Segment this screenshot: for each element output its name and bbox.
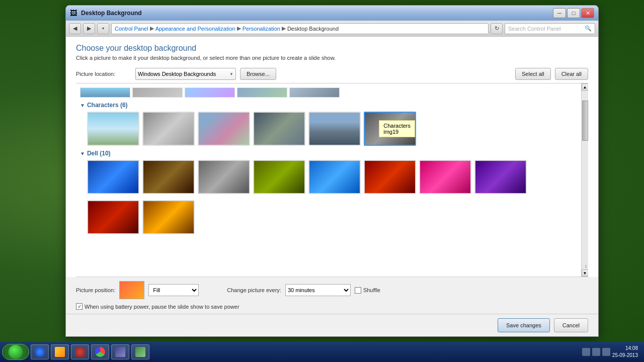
- picture-location-row: Picture location: Windows Desktop Backgr…: [66, 65, 598, 83]
- picture-position-preview: [119, 281, 144, 299]
- bottom-controls: Picture position: Fill Fit Stretch Tile …: [66, 277, 598, 314]
- taskbar: 14:08 25-09-2013: [0, 342, 644, 362]
- images-area: ▼ Characters (6): [76, 83, 588, 277]
- buttons-row: Save changes Cancel: [66, 314, 598, 336]
- dell-image-8[interactable]: [474, 160, 527, 194]
- maximize-button[interactable]: □: [567, 8, 580, 18]
- breadcrumb-appearance[interactable]: Appearance and Personalization: [155, 26, 235, 32]
- current-time: 14:08: [612, 345, 638, 352]
- partial-image-4[interactable]: [237, 87, 287, 98]
- search-bar[interactable]: Search Control Panel 🔍: [505, 23, 595, 34]
- characters-image-3[interactable]: [198, 112, 250, 146]
- scroll-thumb[interactable]: [582, 101, 588, 141]
- dell-image-7[interactable]: [419, 160, 471, 194]
- scroll-down-button[interactable]: ▼: [582, 269, 589, 277]
- back-button[interactable]: ◀: [69, 23, 81, 34]
- picture-position-section: Picture position: Fill Fit Stretch Tile …: [76, 281, 199, 299]
- characters-image-4-preview: [254, 113, 304, 145]
- dell-image-10[interactable]: [142, 200, 195, 234]
- picture-location-select[interactable]: Windows Desktop Backgrounds ▼: [135, 68, 236, 80]
- battery-label: When using battery power, pause the slid…: [85, 304, 239, 310]
- page-title: Choose your desktop background: [76, 44, 588, 53]
- dell-collapse-icon[interactable]: ▼: [80, 151, 85, 156]
- dell-image-5[interactable]: [308, 160, 361, 194]
- characters-image-2[interactable]: [142, 112, 195, 146]
- taskbar-file-manager-button[interactable]: [51, 344, 69, 359]
- characters-image-6-preview: [365, 113, 415, 145]
- top-partial-row: [76, 85, 581, 100]
- dell-category-header[interactable]: ▼ Dell (10): [80, 150, 577, 157]
- shuffle-checkbox[interactable]: [355, 287, 361, 294]
- recent-button[interactable]: ▾: [97, 23, 109, 34]
- taskbar-media-button[interactable]: [71, 344, 89, 359]
- characters-image-6[interactable]: Characters img19: [364, 112, 416, 146]
- dell-category-label: Dell (10): [87, 150, 111, 157]
- battery-checkbox[interactable]: [76, 303, 83, 310]
- close-button[interactable]: ✕: [581, 8, 594, 18]
- tray-icon-1: [582, 348, 590, 356]
- ie-icon: [35, 347, 45, 357]
- forward-button[interactable]: ▶: [83, 23, 95, 34]
- bottom-row-1: Picture position: Fill Fit Stretch Tile …: [76, 281, 588, 299]
- taskbar-app2-button[interactable]: [131, 344, 149, 359]
- images-scroll[interactable]: ▼ Characters (6): [76, 83, 581, 277]
- start-button[interactable]: [2, 344, 29, 360]
- title-bar-left: 🖼 Desktop Background: [70, 9, 142, 17]
- partial-image-5[interactable]: [289, 87, 340, 98]
- app2-icon: [135, 347, 145, 357]
- scroll-cursor-indicator: ↕: [583, 262, 589, 269]
- characters-images: Characters img19: [87, 112, 577, 146]
- dell-image-10-preview: [143, 201, 194, 233]
- search-placeholder: Search Control Panel: [508, 26, 561, 32]
- characters-image-5-preview: [309, 113, 360, 145]
- dell-image-6[interactable]: [364, 160, 416, 194]
- shuffle-row: Shuffle: [355, 287, 380, 294]
- dell-image-3[interactable]: [198, 160, 250, 194]
- window-icon: 🖼: [70, 9, 77, 17]
- refresh-button[interactable]: ↻: [491, 23, 503, 34]
- dell-image-4[interactable]: [253, 160, 305, 194]
- window-title: Desktop Background: [81, 10, 142, 17]
- breadcrumb-personalization[interactable]: Personalization: [243, 26, 280, 32]
- save-changes-button[interactable]: Save changes: [498, 318, 550, 332]
- characters-image-2-preview: [143, 113, 194, 145]
- page-header: Choose your desktop background Click a p…: [66, 37, 598, 65]
- select-all-button[interactable]: Select all: [515, 68, 551, 80]
- dell-image-7-preview: [420, 161, 470, 193]
- scrollbar[interactable]: ▲ ↕ ▼: [581, 83, 588, 277]
- browse-button[interactable]: Browse...: [240, 68, 276, 80]
- dell-images: [87, 160, 577, 197]
- media-icon: [75, 347, 85, 357]
- search-icon[interactable]: 🔍: [585, 25, 592, 32]
- partial-image-3[interactable]: [185, 87, 235, 98]
- characters-image-1[interactable]: [87, 112, 139, 146]
- dell-image-2[interactable]: [142, 160, 195, 194]
- chrome-icon: [95, 347, 105, 357]
- characters-collapse-icon[interactable]: ▼: [80, 103, 85, 108]
- shuffle-label: Shuffle: [363, 287, 380, 293]
- page-subtitle: Click a picture to make it your desktop …: [76, 55, 588, 61]
- characters-image-4[interactable]: [253, 112, 305, 146]
- characters-image-5[interactable]: [308, 112, 361, 146]
- minimize-button[interactable]: ─: [553, 8, 566, 18]
- dell-image-3-preview: [199, 161, 249, 193]
- dell-image-4-preview: [254, 161, 304, 193]
- partial-image-2[interactable]: [132, 87, 183, 98]
- dell-image-5-preview: [309, 161, 360, 193]
- taskbar-chrome-button[interactable]: [91, 344, 109, 359]
- breadcrumb-control-panel[interactable]: Control Panel: [115, 26, 148, 32]
- dell-image-1[interactable]: [87, 160, 139, 194]
- partial-image-1[interactable]: [80, 87, 130, 98]
- dell-image-9[interactable]: [87, 200, 139, 234]
- change-picture-interval-select[interactable]: 1 minute 10 minutes 30 minutes 1 hour 6 …: [285, 284, 351, 296]
- characters-category-header[interactable]: ▼ Characters (6): [80, 102, 577, 109]
- taskbar-ie-button[interactable]: [31, 344, 49, 359]
- picture-position-select[interactable]: Fill Fit Stretch Tile Center: [148, 284, 199, 296]
- change-picture-label: Change picture every:: [227, 287, 281, 293]
- scroll-up-button[interactable]: ▲: [582, 83, 589, 90]
- clear-all-button[interactable]: Clear all: [555, 68, 588, 80]
- cancel-button[interactable]: Cancel: [554, 318, 588, 332]
- scroll-track[interactable]: ↕: [582, 90, 589, 269]
- main-window: 🖼 Desktop Background ─ □ ✕ ◀ ▶ ▾ Control…: [65, 5, 599, 337]
- taskbar-app1-button[interactable]: [111, 344, 129, 359]
